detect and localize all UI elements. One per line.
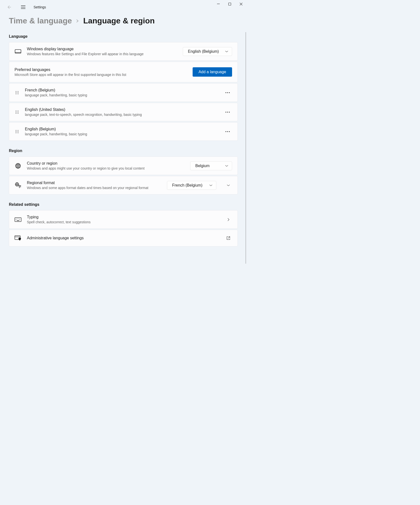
svg-point-38	[18, 219, 19, 219]
svg-point-17	[18, 113, 18, 114]
svg-rect-42	[17, 220, 19, 221]
svg-point-26	[18, 132, 18, 133]
svg-rect-35	[15, 218, 21, 222]
language-features: language pack, text-to-speech, speech re…	[25, 113, 218, 117]
svg-point-20	[229, 112, 230, 112]
svg-point-5	[16, 92, 17, 93]
svg-point-23	[16, 131, 17, 132]
regional-format-title: Regional format	[27, 181, 162, 185]
section-header-related: Related settings	[9, 202, 238, 207]
svg-point-12	[16, 110, 17, 111]
svg-point-4	[18, 91, 18, 92]
country-region-dropdown[interactable]: Belgium	[190, 161, 232, 170]
regional-format-icon: 字	[15, 182, 21, 189]
section-header-region: Region	[9, 149, 238, 153]
svg-point-27	[225, 131, 226, 132]
svg-point-28	[227, 131, 228, 132]
hamburger-menu-button[interactable]	[18, 2, 28, 12]
chevron-down-icon	[209, 184, 213, 186]
display-language-subtitle: Windows features like Settings and File …	[27, 52, 177, 56]
chevron-down-icon	[225, 51, 228, 52]
svg-point-37	[17, 219, 18, 219]
chevron-right-icon	[225, 216, 232, 223]
language-item[interactable]: English (United States) language pack, t…	[9, 103, 238, 121]
svg-point-22	[18, 130, 18, 131]
admin-language-card[interactable]: Administrative language settings	[9, 230, 238, 246]
svg-point-39	[19, 219, 20, 219]
svg-point-41	[19, 220, 20, 220]
svg-point-36	[16, 219, 16, 219]
svg-rect-1	[228, 3, 231, 5]
preferred-languages-title: Preferred languages	[15, 68, 187, 72]
maximize-button[interactable]	[224, 0, 235, 8]
typing-subtitle: Spell check, autocorrect, text suggestio…	[27, 220, 219, 224]
svg-point-15	[18, 112, 18, 112]
typing-title: Typing	[27, 215, 219, 219]
language-name: English (Belgium)	[25, 127, 218, 131]
country-region-subtitle: Windows and apps might use your country …	[27, 166, 185, 170]
svg-point-14	[16, 112, 17, 112]
drag-handle-icon[interactable]	[15, 110, 19, 115]
section-header-language: Language	[9, 34, 238, 39]
svg-point-8	[18, 93, 18, 94]
chevron-down-icon	[225, 165, 228, 167]
breadcrumb: Time & language Language & region	[9, 16, 238, 25]
display-language-card: Windows display language Windows feature…	[9, 42, 238, 61]
back-button[interactable]	[4, 2, 14, 12]
country-region-card: Country or region Windows and apps might…	[9, 157, 238, 175]
svg-point-6	[18, 92, 18, 93]
svg-rect-0	[217, 4, 220, 4]
preferred-languages-subtitle: Microsoft Store apps will appear in the …	[15, 73, 187, 77]
language-name: French (Belgium)	[25, 88, 218, 92]
close-button[interactable]	[235, 0, 247, 8]
display-language-title: Windows display language	[27, 47, 177, 51]
language-features: language pack, handwriting, basic typing	[25, 93, 218, 97]
svg-point-40	[16, 220, 16, 220]
svg-point-25	[16, 132, 17, 133]
svg-text:字: 字	[18, 185, 21, 188]
admin-language-icon	[15, 235, 21, 242]
language-name: English (United States)	[25, 107, 218, 112]
display-icon	[15, 48, 21, 55]
globe-icon	[15, 162, 21, 169]
external-link-icon	[225, 234, 232, 242]
language-item[interactable]: English (Belgium) language pack, handwri…	[9, 122, 238, 141]
svg-point-29	[229, 131, 230, 132]
more-options-button[interactable]	[223, 108, 232, 117]
svg-point-13	[18, 110, 18, 111]
svg-point-16	[16, 113, 17, 114]
keyboard-icon	[15, 216, 21, 223]
regional-format-subtitle: Windows and some apps format dates and t…	[27, 186, 162, 190]
display-language-dropdown[interactable]: English (Belgium)	[183, 47, 232, 56]
add-language-button[interactable]: Add a language	[193, 67, 232, 77]
language-item[interactable]: French (Belgium) language pack, handwrit…	[9, 83, 238, 102]
app-title: Settings	[34, 5, 46, 9]
chevron-right-icon	[76, 19, 79, 23]
admin-language-title: Administrative language settings	[27, 236, 219, 240]
more-options-button[interactable]	[223, 88, 232, 97]
svg-point-9	[225, 92, 226, 93]
country-region-title: Country or region	[27, 161, 185, 166]
typing-card[interactable]: Typing Spell check, autocorrect, text su…	[9, 210, 238, 229]
svg-point-3	[16, 91, 17, 92]
regional-format-card: 字 Regional format Windows and some apps …	[9, 176, 238, 194]
svg-point-24	[18, 131, 18, 132]
minimize-button[interactable]	[213, 0, 224, 8]
breadcrumb-parent[interactable]: Time & language	[9, 16, 72, 25]
svg-point-19	[227, 112, 228, 112]
scrollbar[interactable]	[245, 32, 246, 264]
more-options-button[interactable]	[223, 127, 232, 136]
svg-point-21	[16, 130, 17, 131]
expand-button[interactable]	[225, 182, 232, 189]
breadcrumb-current: Language & region	[83, 16, 155, 25]
drag-handle-icon[interactable]	[15, 90, 19, 95]
svg-point-10	[227, 92, 228, 93]
svg-point-7	[16, 93, 17, 94]
svg-point-18	[225, 112, 226, 112]
language-features: language pack, handwriting, basic typing	[25, 132, 218, 136]
drag-handle-icon[interactable]	[15, 129, 19, 134]
svg-point-11	[229, 92, 230, 93]
regional-format-dropdown[interactable]: French (Belgium)	[167, 181, 216, 190]
preferred-languages-card: Preferred languages Microsoft Store apps…	[9, 62, 238, 82]
